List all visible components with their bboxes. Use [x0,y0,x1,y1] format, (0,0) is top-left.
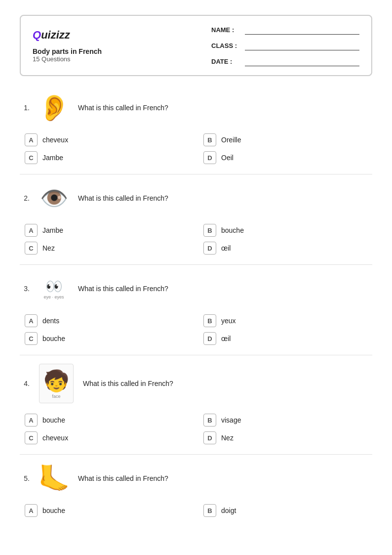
name-field-row: NAME : [211,25,359,35]
q1-text-a: cheveux [42,136,68,144]
q4-text-d: Nez [221,434,234,442]
q2-text-a: Jambe [42,226,63,234]
q3-text-d: œil [221,335,231,342]
question-2-row: 2. 👁️ What is this called in French? [20,180,372,216]
q4-text: What is this called in French? [83,380,173,387]
ear-icon: 👂 [38,95,70,121]
q1-option-c[interactable]: C Jambe [25,151,194,164]
divider-3 [20,355,372,355]
q3-option-c[interactable]: C bouche [25,332,194,345]
face-icon: 🧒 face [39,364,74,403]
q1-letter-b: B [203,133,216,146]
q5-option-a[interactable]: A bouche [25,504,194,517]
header-left: Q uizizz Body parts in French 15 Questio… [33,29,102,63]
q4-option-c[interactable]: C cheveux [25,431,194,444]
question-2: 2. 👁️ What is this called in French? A J… [20,180,372,255]
q5-image: 🦶 [37,461,71,496]
q5-options: A bouche B doigt [20,504,372,517]
question-4: 4. 🧒 face What is this called in French?… [20,361,372,444]
question-4-row: 4. 🧒 face What is this called in French? [20,361,372,406]
q4-text-b: visage [221,416,241,424]
quiz-count: 15 Questions [33,55,102,63]
q3-text: What is this called in French? [78,285,168,293]
q4-options: A bouche B visage C cheveux D Nez [20,414,372,444]
q3-option-d[interactable]: D œil [203,332,372,345]
q4-letter-b: B [203,414,216,427]
q3-letter-a: A [25,314,38,327]
q3-text-c: bouche [42,335,65,342]
q4-option-a[interactable]: A bouche [25,414,194,427]
q4-letter-a: A [25,414,38,427]
q2-text-b: bouche [221,226,244,234]
q3-text-b: yeux [221,317,236,325]
question-5-row: 5. 🦶 What is this called in French? [20,461,372,496]
class-input[interactable] [245,41,359,50]
date-label: DATE : [211,58,241,65]
q3-image: 👀 eye · eyes [37,271,71,306]
logo-q: Q [33,29,41,42]
class-label: CLASS : [211,42,241,49]
q3-option-a[interactable]: A dents [25,314,194,327]
q5-option-b[interactable]: B doigt [203,504,372,517]
q5-letter-a: A [25,504,38,517]
question-5: 5. 🦶 What is this called in French? A bo… [20,461,372,517]
eyes-icon: 👀 eye · eyes [43,278,64,299]
q2-option-d[interactable]: D œil [203,242,372,255]
question-1: 1. 👂 What is this called in French? A ch… [20,90,372,164]
q2-letter-a: A [25,224,38,237]
q3-letter-c: C [25,332,38,345]
q4-option-b[interactable]: B visage [203,414,372,427]
q3-letter-b: B [203,314,216,327]
question-3: 3. 👀 eye · eyes What is this called in F… [20,271,372,345]
q5-number: 5. [20,474,30,482]
divider-4 [20,454,372,455]
q1-letter-a: A [25,133,38,146]
date-input[interactable] [245,56,359,66]
q3-options: A dents B yeux C bouche D œil [20,314,372,345]
q4-letter-c: C [25,431,38,444]
date-field-row: DATE : [211,56,359,66]
q2-option-a[interactable]: A Jambe [25,224,194,237]
logo-rest: uizizz [41,29,70,42]
q2-image: 👁️ [37,180,71,216]
header-right: NAME : CLASS : DATE : [211,25,359,66]
q1-text-c: Jambe [42,154,63,162]
q2-letter-b: B [203,224,216,237]
q4-letter-d: D [203,431,216,444]
logo: Q uizizz [33,29,102,42]
q4-text-a: bouche [42,416,65,424]
eye-icon: 👁️ [40,187,68,210]
q1-text-d: Oeil [221,154,234,162]
q5-text: What is this called in French? [78,474,168,482]
q2-text: What is this called in French? [78,194,168,202]
q1-text: What is this called in French? [78,104,168,112]
question-1-row: 1. 👂 What is this called in French? [20,90,372,126]
q1-option-b[interactable]: B Oreille [203,133,372,146]
q1-option-a[interactable]: A cheveux [25,133,194,146]
q1-option-d[interactable]: D Oeil [203,151,372,164]
q3-option-b[interactable]: B yeux [203,314,372,327]
divider-1 [20,174,372,174]
q3-letter-d: D [203,332,216,345]
q1-number: 1. [20,104,30,112]
q2-text-d: œil [221,244,231,252]
name-input[interactable] [245,25,359,35]
q2-option-c[interactable]: C Nez [25,242,194,255]
page: Q uizizz Body parts in French 15 Questio… [0,0,392,542]
q2-number: 2. [20,194,30,202]
q2-option-b[interactable]: B bouche [203,224,372,237]
class-field-row: CLASS : [211,41,359,50]
q3-text-a: dents [42,317,59,325]
divider-2 [20,264,372,265]
header-card: Q uizizz Body parts in French 15 Questio… [20,15,372,76]
q1-image: 👂 [37,90,71,126]
q2-options: A Jambe B bouche C Nez D œil [20,224,372,255]
q4-image: 🧒 face [37,361,76,406]
q4-number: 4. [20,380,30,387]
q4-option-d[interactable]: D Nez [203,431,372,444]
foot-icon: 🦶 [38,464,70,494]
quiz-title: Body parts in French [33,47,102,55]
question-3-row: 3. 👀 eye · eyes What is this called in F… [20,271,372,306]
q5-text-b: doigt [221,507,236,514]
q2-letter-d: D [203,242,216,255]
